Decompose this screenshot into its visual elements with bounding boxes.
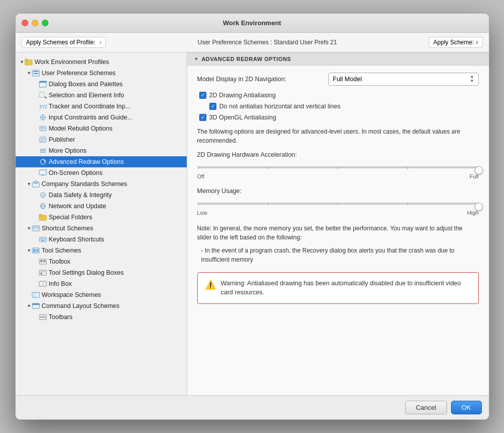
cancel-button[interactable]: Cancel	[405, 401, 446, 414]
toolbar: Apply Schemes of Profile: › User Prefere…	[16, 33, 489, 52]
sidebar-item-toolbars[interactable]: Toolbars	[16, 312, 187, 323]
sidebar-item-label: Selection and Element Info	[49, 92, 124, 99]
model-display-value: Full Model	[333, 76, 362, 83]
sidebar-item-keyboard-shortcuts[interactable]: Keyboard Shortcuts	[16, 234, 187, 245]
svg-rect-45	[33, 249, 35, 252]
tick	[338, 166, 338, 169]
profile-arrow: ›	[99, 39, 101, 46]
checkbox-no-antialias-label: Do not antialias horizontal and vertical…	[219, 103, 341, 110]
checkbox-no-antialias-row[interactable]: ✓ Do not antialias horizontal and vertic…	[197, 103, 479, 110]
scheme-label: User Preference Schemes : Standard User …	[111, 39, 424, 46]
sidebar-item-special-folders[interactable]: Special Folders	[16, 212, 187, 223]
checkbox-2d-antialiasing[interactable]: ✓	[199, 92, 206, 99]
svg-rect-38	[36, 227, 38, 228]
apply-scheme-button[interactable]: Apply Scheme: ›	[429, 37, 483, 48]
triangle-icon: ▼	[27, 226, 32, 231]
svg-rect-3	[33, 71, 38, 72]
screen-icon	[39, 169, 47, 177]
checkbox-2d-antialiasing-row[interactable]: ✓ 2D Drawing Antialiasing	[197, 92, 479, 99]
profile-select[interactable]: Apply Schemes of Profile: ›	[22, 37, 106, 48]
svg-rect-28	[32, 182, 39, 187]
checkbox-3d-opengl-label: 3D OpenGL Antialiasing	[209, 114, 276, 121]
ok-button[interactable]: OK	[451, 401, 482, 414]
toolbox-icon	[39, 258, 47, 266]
sidebar-item-workspace-schemes[interactable]: Workspace Schemes	[16, 289, 187, 300]
sidebar-item-tool-schemes[interactable]: ▼ Tool Schemes	[16, 245, 187, 256]
workspace-icon	[32, 291, 40, 299]
detail-body: Model Display in 2D Navigation: Full Mod…	[187, 66, 489, 311]
sidebar-item-selection-element[interactable]: Selection and Element Info	[16, 90, 187, 101]
sidebar-item-input-constraints[interactable]: Input Constraints and Guide...	[16, 112, 187, 123]
model-display-select[interactable]: Full Model ▲ ▼	[328, 73, 479, 86]
sidebar-item-data-safety[interactable]: Data Safety & Integrity	[16, 190, 187, 201]
sidebar-item-advanced-redraw[interactable]: Advanced Redraw Options	[16, 156, 187, 167]
svg-rect-50	[43, 260, 45, 262]
triangle-icon: ▼	[27, 248, 32, 253]
sidebar-item-label: Special Folders	[49, 214, 92, 221]
sidebar-item-label: Input Constraints and Guide...	[49, 114, 133, 121]
apply-scheme-label: Apply Scheme:	[433, 39, 474, 46]
command-icon	[32, 302, 40, 310]
sidebar-item-on-screen-options[interactable]: On-Screen Options	[16, 167, 187, 178]
sidebar-item-more-options[interactable]: More Options	[16, 145, 187, 156]
hw-accel-labels: Off Full	[197, 173, 479, 179]
sidebar-item-label: Data Safety & Integrity	[49, 192, 112, 199]
sidebar-item-label: More Options	[49, 147, 87, 154]
section-header: ▼ ADVANCED REDRAW OPTIONS	[187, 52, 489, 66]
toolsettings-icon	[39, 269, 47, 277]
sidebar-item-command-layout[interactable]: ▼ Command Layout Schemes	[16, 300, 187, 312]
checkbox-2d-antialiasing-label: 2D Drawing Antialiasing	[209, 92, 276, 99]
sidebar-item-work-env-profiles[interactable]: ▼ Work Environment Profiles	[16, 56, 187, 68]
svg-rect-16	[40, 137, 46, 142]
selection-icon	[39, 91, 47, 99]
sidebar-item-tracker-coord[interactable]: XYZ Tracker and Coordinate Inp...	[16, 101, 187, 112]
model-icon	[39, 125, 47, 133]
profile-label: Apply Schemes of Profile:	[26, 39, 95, 46]
checkbox-3d-opengl-row[interactable]: ✓ 3D OpenGL Antialiasing	[197, 114, 479, 121]
sidebar-item-company-standards[interactable]: ▼ Company Standards Schemes	[16, 178, 187, 190]
minimize-button[interactable]	[32, 20, 38, 26]
redraw-icon	[39, 158, 47, 166]
checkbox-3d-opengl[interactable]: ✓	[199, 114, 206, 121]
hw-accel-slider[interactable]	[197, 162, 479, 172]
memory-section: Memory Usage:	[197, 188, 479, 216]
tick	[407, 166, 408, 169]
hw-accel-thumb[interactable]	[475, 166, 483, 174]
footer: Cancel OK	[16, 395, 489, 419]
sidebar-item-toolbox[interactable]: Toolbox	[16, 256, 187, 267]
sidebar-item-user-pref-schemes[interactable]: ▼ User Preference Schemes	[16, 68, 187, 79]
sidebar-item-publisher[interactable]: Publisher	[16, 134, 187, 145]
tick	[198, 166, 199, 169]
sidebar-item-label: Tool Schemes	[42, 247, 82, 254]
hw-accel-label: 2D Drawing Hardware Acceleration:	[197, 151, 328, 158]
main-content: ▼ Work Environment Profiles ▼	[16, 52, 489, 395]
sidebar-item-shortcut-schemes[interactable]: ▼ Shortcut Schemes	[16, 223, 187, 234]
svg-rect-46	[35, 249, 37, 252]
svg-rect-7	[39, 92, 44, 97]
sidebar-item-tool-settings[interactable]: Tool Settings Dialog Boxes	[16, 267, 187, 278]
stepper-icon: ▲ ▼	[470, 75, 474, 84]
svg-line-8	[45, 97, 46, 98]
checkbox-no-antialias[interactable]: ✓	[209, 103, 216, 110]
company-icon	[32, 180, 40, 188]
tick	[198, 203, 199, 206]
keyboard-icon	[39, 235, 47, 243]
svg-rect-35	[39, 214, 42, 216]
sidebar-item-model-rebuild[interactable]: Model Rebuild Options	[16, 123, 187, 134]
folder-icon	[25, 58, 33, 66]
sidebar: ▼ Work Environment Profiles ▼	[16, 52, 187, 395]
sidebar-item-info-box[interactable]: i Info Box	[16, 278, 187, 289]
svg-rect-6	[39, 81, 46, 83]
section-title: ADVANCED REDRAW OPTIONS	[201, 56, 291, 62]
main-window: Work Environment Apply Schemes of Profil…	[15, 13, 489, 420]
close-button[interactable]	[22, 20, 28, 26]
shortcut-icon	[32, 224, 40, 232]
sidebar-item-network-update[interactable]: Network and Update	[16, 201, 187, 212]
memory-thumb[interactable]	[475, 203, 483, 211]
memory-slider[interactable]	[197, 199, 479, 209]
maximize-button[interactable]	[42, 20, 48, 26]
svg-text:i: i	[42, 281, 44, 286]
sidebar-item-label: User Preference Schemes	[42, 70, 116, 77]
sidebar-item-dialog-boxes[interactable]: Dialog Boxes and Palettes	[16, 79, 187, 90]
svg-point-30	[40, 193, 45, 198]
